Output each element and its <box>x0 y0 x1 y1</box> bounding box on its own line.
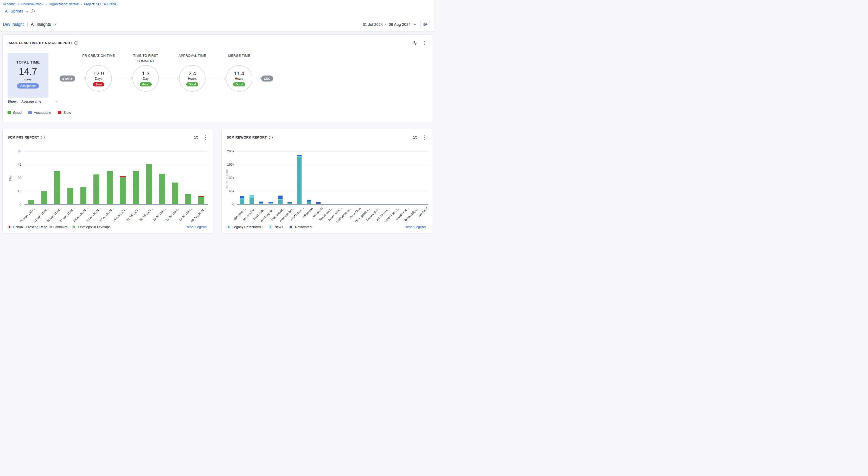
flow-arrowhead-icon <box>82 77 85 80</box>
bar-segment[interactable] <box>93 175 99 205</box>
legend-item[interactable]: Good <box>7 111 22 115</box>
bar-segment[interactable] <box>198 196 204 197</box>
reset-legend-link[interactable]: Reset Legend <box>186 225 207 229</box>
stage-node[interactable]: 1.3DayGood <box>132 65 159 92</box>
bar-segment[interactable] <box>269 202 273 203</box>
legend-checkbox <box>227 225 230 229</box>
show-dropdown[interactable]: Show: Average time <box>7 99 58 103</box>
x-axis-label: 15 Jul 2024... <box>152 207 167 221</box>
legend-label: Refactored L <box>295 225 314 229</box>
breadcrumb-item[interactable]: Project: SEI TRAINING <box>84 2 118 6</box>
stage-label: TIME TO FIRST COMMENT <box>126 53 165 64</box>
x-axis-label: 22 Jul 2024... <box>165 207 180 221</box>
legend-label: Acceptable <box>34 111 51 115</box>
y-axis-tick-label: 60 <box>11 149 21 153</box>
bar-segment[interactable] <box>185 194 191 205</box>
bar-segment[interactable] <box>287 202 292 203</box>
legend-color-swatch <box>7 111 11 114</box>
legend-item[interactable]: Levelops/Ui-Levelops <box>72 225 110 229</box>
bar-segment[interactable] <box>67 188 73 205</box>
bar-segment[interactable] <box>133 171 139 205</box>
bar-segment[interactable] <box>146 164 152 205</box>
date-range-selector[interactable]: 31 Jul 2024 - 06 Aug 2024 <box>363 22 416 27</box>
stage-node[interactable]: 2.4HoursGood <box>179 65 206 92</box>
legend-checkbox <box>289 225 293 229</box>
stage-label: PR CREATION TIME <box>79 53 118 58</box>
flow-arrowhead-icon <box>129 77 132 80</box>
y-axis-tick-label: 45 <box>11 163 21 167</box>
stage-value: 11.4 <box>234 70 244 76</box>
x-axis-label: 08 Jul 2024... <box>139 207 154 221</box>
scm-rework-report-panel: SCM REWORK REPORT i Lines of Code 065k13… <box>221 129 432 233</box>
date-range-start: 31 Jul 2024 <box>363 22 383 27</box>
bar-segment[interactable] <box>54 171 60 205</box>
bar-segment[interactable] <box>240 196 244 199</box>
settings-gear-button[interactable] <box>421 20 430 29</box>
stage-rating-badge: Slow <box>93 82 104 86</box>
gear-icon <box>423 22 428 27</box>
chevron-down-icon[interactable] <box>53 22 57 26</box>
legend-label: New L <box>275 225 284 229</box>
bar-segment[interactable] <box>120 176 126 177</box>
breadcrumb-item[interactable]: Organization: default <box>49 2 79 6</box>
bar-segment[interactable] <box>172 182 178 205</box>
legend-item[interactable]: New L <box>269 225 284 229</box>
chevron-down-icon <box>414 23 416 25</box>
legend-item[interactable]: Acceptable <box>28 111 51 115</box>
bar-segment[interactable] <box>107 171 113 205</box>
bar-segment[interactable] <box>120 177 126 205</box>
end-node: END <box>261 76 273 82</box>
legend-item[interactable]: Refactored L <box>289 225 314 229</box>
stage-label: APPROVAL TIME <box>173 53 212 58</box>
gridline <box>237 191 428 191</box>
flow-arrowhead-icon <box>222 77 226 80</box>
bar-segment[interactable] <box>250 195 254 198</box>
x-axis-label: jatin6407 <box>417 207 428 217</box>
bar-segment[interactable] <box>297 157 302 205</box>
bar-segment[interactable] <box>278 199 283 200</box>
show-value: Average time <box>21 99 41 103</box>
sprint-selector-label[interactable]: All Sprints <box>5 9 23 13</box>
plot-area: 065k130k195k260kajay-levelo...sharath-le… <box>237 152 428 205</box>
y-axis-tick-label: 260k <box>224 149 234 153</box>
breadcrumb-item[interactable]: Account: SEI-Internal-Prod2 <box>3 2 43 6</box>
legend-item[interactable]: Legacy Refactored L <box>227 225 264 229</box>
reset-legend-link[interactable]: Reset Legend <box>405 225 426 229</box>
stage-node[interactable]: 11.4HoursGood <box>226 65 252 92</box>
bar-segment[interactable] <box>41 191 47 205</box>
insight-nav-bar: Dev Insight All Insights 31 Jul 2024 - 0… <box>0 18 434 31</box>
info-icon[interactable]: i <box>31 9 35 13</box>
legend-item[interactable]: Slow <box>58 111 71 115</box>
stage-node[interactable]: 12.9DaysSlow <box>85 65 112 92</box>
legend-checkbox <box>269 225 272 229</box>
bar-segment[interactable] <box>240 199 244 200</box>
stage-rating-badge: Good <box>186 82 198 86</box>
insight-selector[interactable]: All Insights <box>31 22 51 27</box>
y-axis-tick-label: 0 <box>11 203 21 206</box>
stage-unit: Hours <box>235 77 243 81</box>
bar-segment[interactable] <box>250 198 254 205</box>
date-range-end: 06 Aug 2024 <box>389 22 411 27</box>
issue-lead-time-panel: ISSUE LEAD TIME BY STAGE REPORT i TOTAL … <box>2 34 432 122</box>
bar-segment[interactable] <box>297 155 302 156</box>
dev-insight-link[interactable]: Dev Insight <box>3 22 24 27</box>
stage-rating-badge: Good <box>140 82 152 86</box>
legend-color-swatch <box>58 111 61 114</box>
bar-segment[interactable] <box>297 156 302 157</box>
chevron-down-icon <box>55 100 58 102</box>
legend-color-swatch <box>228 226 229 228</box>
bar-segment[interactable] <box>250 195 254 195</box>
y-axis-tick-label: 30 <box>11 176 21 180</box>
x-axis-label: 24 Jun 2024... <box>112 207 127 222</box>
bar-segment[interactable] <box>81 187 86 205</box>
bar-segment[interactable] <box>259 202 263 203</box>
legend-item[interactable]: Esha610/Testing-Repo-Of-Bitbucket <box>7 225 67 229</box>
prs-bar-chart: PRs 01530456006 May 2024...13 May 2024..… <box>3 129 213 233</box>
y-axis-tick-label: 195k <box>224 163 234 167</box>
bar-segment[interactable] <box>159 174 165 205</box>
sprint-selector[interactable]: All Sprints i <box>5 9 35 13</box>
bar-segment[interactable] <box>278 196 283 199</box>
bar-segment[interactable] <box>198 197 204 205</box>
bar-segment[interactable] <box>307 200 311 202</box>
legend-checkbox <box>7 225 11 229</box>
